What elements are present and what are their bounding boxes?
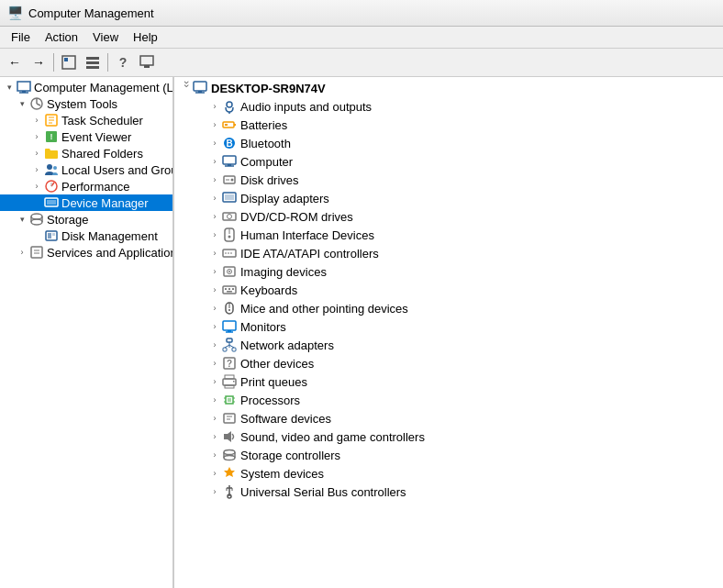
device-item-print[interactable]: Print queues bbox=[174, 372, 723, 391]
desktop-label: DESKTOP-SR9N74V bbox=[211, 82, 326, 95]
back-button[interactable]: ← bbox=[4, 51, 26, 73]
event-viewer-item[interactable]: ! Event Viewer bbox=[0, 128, 172, 145]
print-queues-icon bbox=[222, 374, 237, 389]
device-item-other[interactable]: ? Other devices bbox=[174, 354, 723, 372]
imaging-icon bbox=[222, 264, 237, 279]
toolbar-btn-3[interactable] bbox=[136, 51, 158, 73]
device-item-batteries[interactable]: Batteries bbox=[174, 116, 723, 134]
device-item-ide[interactable]: IDE ATA/ATAPI controllers bbox=[174, 244, 723, 262]
menu-view[interactable]: View bbox=[85, 28, 126, 46]
toolbar-btn-1[interactable] bbox=[58, 51, 80, 73]
services-item[interactable]: Services and Applications bbox=[0, 244, 172, 261]
software-devices-label: Software devices bbox=[240, 412, 331, 426]
svg-rect-32 bbox=[52, 233, 55, 236]
usb-expand bbox=[207, 484, 222, 499]
device-item-imaging[interactable]: Imaging devices bbox=[174, 262, 723, 281]
other-devices-label: Other devices bbox=[240, 357, 314, 371]
device-item-monitors[interactable]: Monitors bbox=[174, 317, 723, 336]
storage-controllers-icon bbox=[222, 448, 237, 462]
keyboards-icon bbox=[222, 283, 237, 297]
hid-expand bbox=[207, 227, 222, 242]
device-item-sound[interactable]: Sound, video and game controllers bbox=[174, 427, 723, 446]
svg-rect-70 bbox=[227, 291, 232, 293]
toolbar-btn-2[interactable] bbox=[82, 51, 104, 73]
shared-folders-icon bbox=[44, 146, 59, 161]
display-adapters-icon bbox=[222, 191, 237, 205]
device-item-audio[interactable]: Audio inputs and outputs bbox=[174, 97, 723, 116]
svg-rect-53 bbox=[225, 194, 234, 200]
hid-label: Human Interface Devices bbox=[240, 228, 374, 242]
mice-label: Mice and other pointing devices bbox=[240, 302, 408, 316]
performance-item[interactable]: Performance bbox=[0, 178, 172, 194]
computer-dev-label: Computer bbox=[240, 155, 293, 169]
disk-management-icon bbox=[44, 228, 59, 243]
disk-management-item[interactable]: Disk Management bbox=[0, 227, 172, 244]
storage-ctrl-expand bbox=[207, 448, 222, 462]
device-item-disk[interactable]: Disk drives bbox=[174, 171, 723, 189]
print-expand bbox=[207, 374, 222, 389]
forward-button[interactable]: → bbox=[28, 51, 50, 73]
computer-expand bbox=[207, 154, 222, 169]
audio-inputs-icon bbox=[222, 99, 237, 114]
local-users-expand bbox=[29, 162, 44, 177]
usb-label: Universal Serial Bus controllers bbox=[240, 485, 406, 499]
device-item-keyboards[interactable]: Keyboards bbox=[174, 281, 723, 299]
task-scheduler-item[interactable]: Task Scheduler bbox=[0, 112, 172, 128]
local-users-label: Local Users and Groups bbox=[61, 163, 174, 177]
menu-action[interactable]: Action bbox=[38, 28, 85, 46]
device-root-expand: › bbox=[178, 81, 193, 95]
svg-rect-31 bbox=[48, 233, 51, 239]
svg-rect-25 bbox=[47, 200, 56, 205]
svg-rect-43 bbox=[225, 124, 228, 126]
local-users-item[interactable]: Local Users and Groups bbox=[0, 161, 172, 178]
network-adapters-icon bbox=[222, 338, 237, 352]
svg-rect-98 bbox=[224, 434, 228, 439]
device-item-network[interactable]: Network adapters bbox=[174, 336, 723, 354]
sound-icon bbox=[222, 429, 237, 444]
device-item-computer[interactable]: Computer bbox=[174, 152, 723, 171]
disk-drives-label: Disk drives bbox=[240, 173, 299, 187]
device-item-dvd[interactable]: DVD/CD-ROM drives bbox=[174, 207, 723, 226]
svg-rect-6 bbox=[144, 65, 150, 68]
help-toolbar-button[interactable]: ? bbox=[112, 51, 134, 73]
menu-file[interactable]: File bbox=[4, 28, 38, 46]
device-item-hid[interactable]: Human Interface Devices bbox=[174, 226, 723, 244]
svg-rect-90 bbox=[228, 398, 231, 402]
shared-folders-item[interactable]: Shared Folders bbox=[0, 145, 172, 161]
device-item-software[interactable]: Software devices bbox=[174, 409, 723, 427]
device-item-display[interactable]: Display adapters bbox=[174, 189, 723, 207]
device-item-bluetooth[interactable]: B Bluetooth bbox=[174, 134, 723, 152]
svg-rect-95 bbox=[224, 414, 235, 423]
storage-icon bbox=[29, 212, 44, 227]
device-item-storage-ctrl[interactable]: Storage controllers bbox=[174, 446, 723, 464]
device-root-item[interactable]: › DESKTOP-SR9N74V bbox=[174, 79, 723, 97]
processors-expand bbox=[207, 393, 222, 407]
svg-point-26 bbox=[31, 214, 42, 219]
device-item-mice[interactable]: Mice and other pointing devices bbox=[174, 299, 723, 317]
root-expand-arrow bbox=[2, 80, 17, 94]
disk-management-label: Disk Management bbox=[61, 229, 158, 243]
dvd-icon bbox=[222, 209, 237, 224]
performance-icon bbox=[44, 179, 59, 194]
menu-help[interactable]: Help bbox=[126, 28, 165, 46]
system-tools-item[interactable]: System Tools bbox=[0, 95, 172, 112]
svg-rect-69 bbox=[232, 288, 234, 290]
disk-expand bbox=[207, 172, 222, 187]
mice-icon bbox=[222, 301, 237, 316]
storage-expand bbox=[15, 212, 29, 227]
title-bar: 🖥️ Computer Management bbox=[0, 0, 723, 27]
processors-label: Processors bbox=[240, 394, 300, 407]
tree-root[interactable]: Computer Management (Local bbox=[0, 79, 172, 95]
monitors-icon bbox=[222, 319, 237, 334]
hid-icon bbox=[222, 227, 237, 242]
device-item-processors[interactable]: Processors bbox=[174, 391, 723, 409]
device-manager-item[interactable]: Device Manager bbox=[0, 194, 172, 211]
device-item-system[interactable]: System devices bbox=[174, 464, 723, 483]
svg-rect-7 bbox=[17, 82, 30, 91]
keyboards-expand bbox=[207, 283, 222, 297]
storage-item[interactable]: Storage bbox=[0, 211, 172, 227]
processors-icon bbox=[222, 393, 237, 407]
svg-rect-1 bbox=[64, 58, 68, 61]
device-item-usb[interactable]: Universal Serial Bus controllers bbox=[174, 483, 723, 501]
dvd-label: DVD/CD-ROM drives bbox=[240, 210, 353, 224]
